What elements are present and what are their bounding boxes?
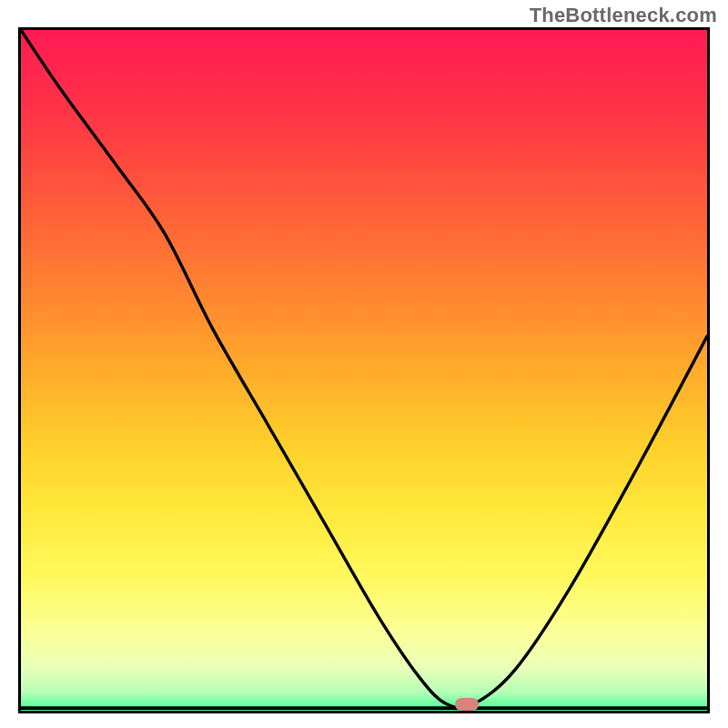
watermark-text: TheBottleneck.com bbox=[530, 4, 717, 27]
chart-container: TheBottleneck.com bbox=[0, 0, 728, 728]
optimal-marker bbox=[455, 698, 479, 711]
bottleneck-curve bbox=[21, 30, 707, 708]
curve-layer bbox=[21, 30, 707, 711]
plot-area bbox=[18, 27, 710, 713]
